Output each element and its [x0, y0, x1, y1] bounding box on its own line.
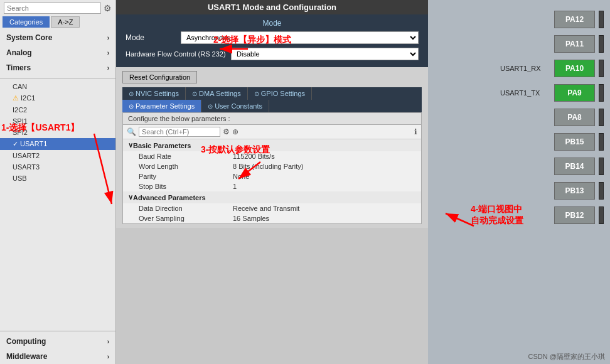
sidebar-item-computing[interactable]: Computing ›	[0, 334, 115, 349]
tab-nvic-settings[interactable]: ⊙ NVIC Settings	[122, 87, 186, 100]
param-row-wordlength: Word Length 8 Bits (including Parity)	[123, 161, 421, 171]
pin-connector-pa11	[599, 35, 604, 53]
tab-dma-settings[interactable]: ⊙ DMA Settings	[186, 87, 248, 100]
pin-box-pb12[interactable]: PB12	[554, 206, 595, 224]
param-name-parity: Parity	[139, 173, 233, 180]
pin-row-pb13: PB13	[428, 179, 610, 202]
sidebar-item-can[interactable]: CAN	[0, 81, 115, 92]
param-row-baudrate: Baud Rate 115200 Bits/s	[123, 151, 421, 161]
advanced-params-header[interactable]: ∨ Advanced Parameters	[123, 191, 421, 203]
pin-box-pb13[interactable]: PB13	[554, 182, 595, 200]
sidebar-label-timers: Timers	[6, 63, 31, 72]
sidebar-item-system-core[interactable]: System Core ›	[0, 30, 115, 45]
pin-box-pa9[interactable]: PA9	[554, 84, 595, 102]
param-header: Configure the below parameters :	[123, 113, 421, 125]
search-bar: ⚙	[0, 0, 115, 16]
sidebar-label-computing: Computing	[6, 337, 46, 346]
param-name-stopbits: Stop Bits	[139, 183, 233, 190]
pin-connector-pa10	[599, 60, 604, 77]
collapse-icon: ∨	[128, 141, 133, 149]
sidebar-item-usb[interactable]: USB	[0, 173, 115, 184]
tab-parameter-settings[interactable]: ⊙ Parameter Settings	[122, 100, 201, 112]
chevron-right-icon: ›	[107, 338, 109, 345]
param-name-baudrate: Baud Rate	[139, 153, 233, 160]
tab-gpio-settings[interactable]: ⊙ GPIO Settings	[248, 87, 312, 100]
expand-icon[interactable]: ⊕	[232, 127, 238, 136]
search-input[interactable]	[4, 3, 101, 14]
sidebar-item-timers[interactable]: Timers ›	[0, 60, 115, 75]
sidebar-item-i2c1[interactable]: ⚠ I2C1	[0, 92, 115, 104]
hw-flow-label: Hardware Flow Control (RS 232)	[126, 50, 226, 58]
mode-select[interactable]: Asynchronous	[181, 31, 419, 44]
tab-gpio-label: GPIO Settings	[261, 90, 305, 97]
sidebar-item-i2c2[interactable]: I2C2	[0, 104, 115, 115]
chevron-right-icon: ›	[107, 35, 109, 41]
param-value-datadirection: Receive and Transmit	[233, 205, 299, 212]
sidebar-item-usart3[interactable]: USART3	[0, 161, 115, 173]
mode-label: Mode	[126, 33, 176, 42]
param-row-datadirection: Data Direction Receive and Transmit	[123, 203, 421, 213]
sidebar-item-spi1[interactable]: SPI1	[0, 115, 115, 127]
pin-row-pb12: PB12	[428, 204, 610, 227]
pin-box-pb14[interactable]: PB14	[554, 158, 595, 175]
param-value-parity: None	[233, 173, 249, 180]
search-icon: 🔍	[127, 127, 136, 136]
pin-row-pb14: PB14	[428, 155, 610, 178]
sidebar-item-usart1[interactable]: ✓ USART1	[0, 138, 115, 150]
pin-box-pa12[interactable]: PA12	[554, 11, 595, 28]
advanced-params-label: Advanced Parameters	[133, 194, 206, 201]
mode-row: Mode Asynchronous	[116, 29, 428, 46]
pin-box-pb15[interactable]: PB15	[554, 133, 595, 151]
settings-tabs: ⊙ NVIC Settings ⊙ DMA Settings ⊙ GPIO Se…	[122, 87, 422, 100]
pin-row-pb15: PB15	[428, 131, 610, 153]
settings-icon[interactable]: ⚙	[223, 127, 230, 136]
circle-icon: ⊙	[192, 90, 197, 97]
main-content: USART1 Mode and Configuration Mode Mode …	[116, 0, 428, 364]
circle-icon: ⊙	[129, 103, 134, 110]
basic-params-header[interactable]: ∨ Basic Parameters	[123, 139, 421, 151]
pin-row-pa9: USART1_TX PA9	[428, 82, 610, 104]
chevron-right-icon: ›	[107, 353, 109, 360]
param-name-oversampling: Over Sampling	[139, 215, 233, 222]
param-value-wordlength: 8 Bits (including Parity)	[233, 163, 304, 170]
gear-icon[interactable]: ⚙	[104, 3, 112, 13]
param-name-wordlength: Word Length	[139, 163, 233, 170]
param-search-input[interactable]	[139, 127, 220, 137]
pin-signal-pa10: USART1_RX	[500, 65, 550, 72]
pin-row-pa12: PA12	[428, 8, 610, 31]
circle-icon: ⊙	[254, 90, 259, 97]
divider-bottom	[0, 331, 115, 331]
param-name-datadirection: Data Direction	[139, 205, 233, 212]
param-content: Configure the below parameters : 🔍 ⚙ ⊕ ℹ…	[122, 112, 422, 224]
tab-categories[interactable]: Categories	[3, 16, 50, 28]
pin-connector-pb14	[599, 158, 604, 175]
hw-flow-select[interactable]: Disable	[231, 48, 419, 60]
tab-atoz[interactable]: A->Z	[51, 16, 80, 28]
pin-box-pa10[interactable]: PA10	[554, 60, 595, 77]
pin-connector-pa8	[599, 109, 604, 126]
chevron-right-icon: ›	[107, 65, 109, 72]
pin-connector-pb12	[599, 206, 604, 224]
pin-connector-pb15	[599, 133, 604, 151]
tab-nvic-label: NVIC Settings	[136, 90, 179, 97]
param-value-stopbits: 1	[233, 183, 237, 190]
info-icon[interactable]: ℹ	[414, 127, 417, 136]
sidebar-item-usart2[interactable]: USART2	[0, 150, 115, 161]
pin-row-pa10: USART1_RX PA10	[428, 57, 610, 80]
divider	[0, 78, 115, 78]
sidebar-item-spi2[interactable]: SPI2	[0, 127, 115, 138]
pin-box-pa11[interactable]: PA11	[554, 35, 595, 53]
sidebar: ⚙ Categories A->Z System Core › Analog ›…	[0, 0, 116, 364]
sidebar-item-middleware[interactable]: Middleware ›	[0, 349, 115, 364]
hw-flow-row: Hardware Flow Control (RS 232) Disable	[116, 46, 428, 62]
pin-connector-pa9	[599, 84, 604, 102]
tab-user-constants[interactable]: ⊙ User Constants	[201, 100, 269, 112]
pin-row-pa8: PA8	[428, 106, 610, 129]
sidebar-item-analog[interactable]: Analog ›	[0, 45, 115, 60]
pin-box-pa8[interactable]: PA8	[554, 109, 595, 126]
pin-row-pa11: PA11	[428, 33, 610, 55]
reset-config-button[interactable]: Reset Configuration	[122, 71, 197, 83]
mode-section: Mode Mode Asynchronous Hardware Flow Con…	[116, 14, 428, 67]
sidebar-label-system-core: System Core	[6, 33, 52, 42]
mode-section-title: Mode	[116, 17, 428, 29]
